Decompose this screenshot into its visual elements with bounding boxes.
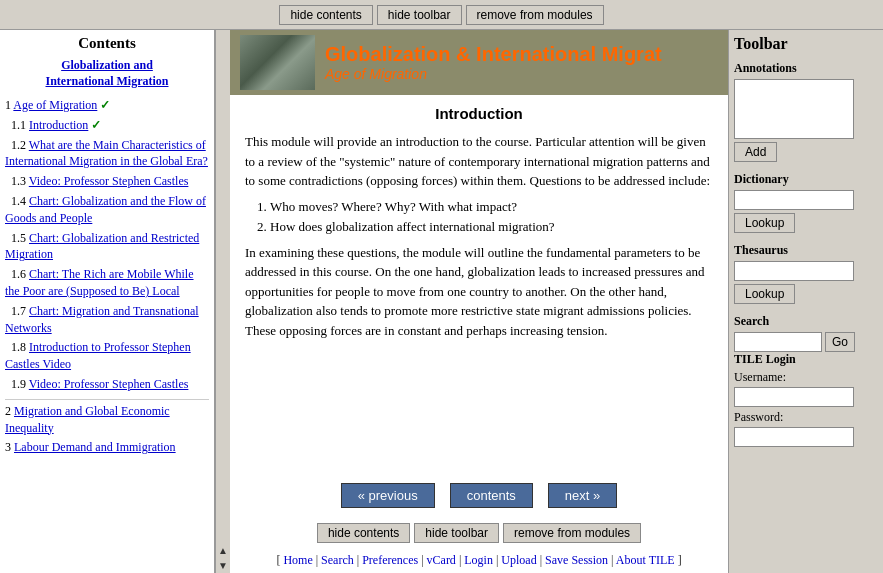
sidebar-scroll: ▲ ▼ [215, 30, 230, 573]
item-3-link[interactable]: Labour Demand and Immigration [14, 440, 176, 454]
paragraph-1: This module will provide an introduction… [245, 132, 713, 191]
divider [5, 399, 209, 400]
header-subtitle: Age of Migration [325, 66, 662, 82]
item-1-8-link[interactable]: Introduction to Professor Stephen Castle… [5, 340, 191, 371]
annotations-label: Annotations [734, 61, 878, 76]
list-item: 1.6 Chart: The Rich are Mobile While the… [5, 266, 209, 300]
hide-toolbar-bottom-button[interactable]: hide toolbar [414, 523, 499, 543]
item-2-link[interactable]: Migration and Global Economic Inequality [5, 404, 170, 435]
dictionary-input[interactable] [734, 190, 854, 210]
footer-links: [ Home | Search | Preferences | vCard | … [230, 553, 728, 568]
footer-save-session-link[interactable]: Save Session [545, 553, 608, 567]
list-item: 3 Labour Demand and Immigration [5, 439, 209, 456]
remove-from-modules-bottom-button[interactable]: remove from modules [503, 523, 641, 543]
list-item: 1.9 Video: Professor Stephen Castles [5, 376, 209, 393]
contents-title: Contents [5, 35, 209, 52]
content-body: Introduction This module will provide an… [230, 95, 728, 473]
contents-subtitle: Globalization andInternational Migration [5, 57, 209, 89]
toolbar-title: Toolbar [734, 35, 878, 53]
contents-button[interactable]: contents [450, 483, 533, 508]
main-layout: Contents Globalization andInternational … [0, 30, 883, 573]
contents-panel: Contents Globalization andInternational … [0, 30, 215, 573]
username-label: Username: [734, 370, 878, 385]
item-1-9-link[interactable]: Video: Professor Stephen Castles [29, 377, 189, 391]
item-1-2-link[interactable]: What are the Main Characteristics of Int… [5, 138, 208, 169]
username-input[interactable] [734, 387, 854, 407]
content-header: Globalization & International Migrat Age… [230, 30, 728, 95]
dictionary-lookup-button[interactable]: Lookup [734, 213, 795, 233]
list-item: 1 Age of Migration ✓ [5, 97, 209, 114]
footer-login-link[interactable]: Login [464, 553, 493, 567]
search-label: Search [734, 314, 878, 329]
list-item-q1: Who moves? Where? Why? With what impact? [270, 199, 713, 215]
item-1-3-link[interactable]: Video: Professor Stephen Castles [29, 174, 189, 188]
content-area: Globalization & International Migrat Age… [230, 30, 728, 573]
nav-buttons: « previous contents next » [230, 483, 728, 508]
list-item: 1.4 Chart: Globalization and the Flow of… [5, 193, 209, 227]
list-item-q2: How does globalization affect internatio… [270, 219, 713, 235]
list-item: 1.7 Chart: Migration and Transnational N… [5, 303, 209, 337]
bottom-toolbar: hide contents hide toolbar remove from m… [230, 523, 728, 543]
search-input[interactable] [734, 332, 822, 352]
go-button[interactable]: Go [825, 332, 855, 352]
question-list: Who moves? Where? Why? With what impact?… [270, 199, 713, 235]
footer-search-link[interactable]: Search [321, 553, 354, 567]
scroll-up-arrow[interactable]: ▲ [216, 543, 230, 558]
list-item: 1.3 Video: Professor Stephen Castles [5, 173, 209, 190]
top-toolbar: hide contents hide toolbar remove from m… [0, 0, 883, 30]
footer-about-tile-link[interactable]: About TILE [616, 553, 675, 567]
annotations-textarea[interactable] [734, 79, 854, 139]
list-item: 1.2 What are the Main Characteristics of… [5, 137, 209, 171]
header-text: Globalization & International Migrat Age… [325, 43, 662, 82]
list-item: 1.5 Chart: Globalization and Restricted … [5, 230, 209, 264]
hide-contents-top-button[interactable]: hide contents [279, 5, 372, 25]
item-1-1-link[interactable]: Introduction [29, 118, 88, 132]
subtitle-link[interactable]: Globalization andInternational Migration [46, 58, 169, 88]
contents-list: 1 Age of Migration ✓ 1.1 Introduction ✓ … [5, 97, 209, 456]
intro-heading: Introduction [245, 105, 713, 122]
dictionary-label: Dictionary [734, 172, 878, 187]
thesaurus-lookup-button[interactable]: Lookup [734, 284, 795, 304]
header-image [240, 35, 315, 90]
tile-login-label: TILE Login [734, 352, 878, 367]
hide-contents-bottom-button[interactable]: hide contents [317, 523, 410, 543]
footer-vcard-link[interactable]: vCard [427, 553, 456, 567]
item-1-5-link[interactable]: Chart: Globalization and Restricted Migr… [5, 231, 199, 262]
paragraph-2: In examining these questions, the module… [245, 243, 713, 341]
scroll-down-arrow[interactable]: ▼ [216, 558, 230, 573]
list-item: 1.1 Introduction ✓ [5, 117, 209, 134]
remove-from-modules-top-button[interactable]: remove from modules [466, 5, 604, 25]
item-1-4-link[interactable]: Chart: Globalization and the Flow of Goo… [5, 194, 206, 225]
item-1-6-link[interactable]: Chart: The Rich are Mobile While the Poo… [5, 267, 194, 298]
password-label: Password: [734, 410, 878, 425]
toolbar-panel: Toolbar Annotations Add Dictionary Looku… [728, 30, 883, 573]
thesaurus-label: Thesaurus [734, 243, 878, 258]
list-item: 1.8 Introduction to Professor Stephen Ca… [5, 339, 209, 373]
item-1-7-link[interactable]: Chart: Migration and Transnational Netwo… [5, 304, 199, 335]
next-button[interactable]: next » [548, 483, 617, 508]
previous-button[interactable]: « previous [341, 483, 435, 508]
thesaurus-input[interactable] [734, 261, 854, 281]
header-title: Globalization & International Migrat [325, 43, 662, 66]
password-input[interactable] [734, 427, 854, 447]
footer-preferences-link[interactable]: Preferences [362, 553, 418, 567]
footer-home-link[interactable]: Home [283, 553, 312, 567]
item-1-link[interactable]: Age of Migration [13, 98, 97, 112]
hide-toolbar-top-button[interactable]: hide toolbar [377, 5, 462, 25]
search-row: Go [734, 332, 878, 352]
list-item: 2 Migration and Global Economic Inequali… [5, 403, 209, 437]
footer-upload-link[interactable]: Upload [501, 553, 536, 567]
add-annotation-button[interactable]: Add [734, 142, 777, 162]
